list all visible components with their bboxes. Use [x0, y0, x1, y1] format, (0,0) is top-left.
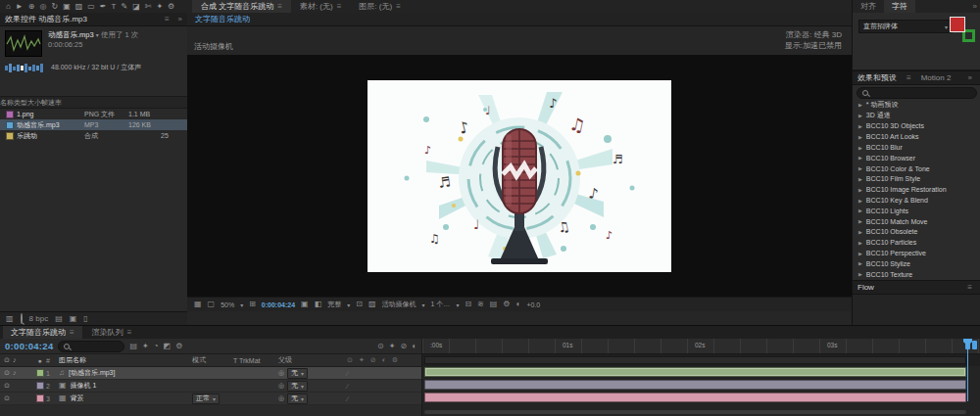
effects-category-row[interactable]: ▶ BCC10 Perspective	[853, 248, 980, 258]
viewer-tab[interactable]: 图层: (无) ≡	[350, 0, 409, 13]
horizontal-scrollbar[interactable]	[424, 410, 966, 414]
tool-icon[interactable]: ✒	[100, 0, 107, 13]
panel-overflow-icon[interactable]: »	[178, 15, 182, 23]
tool-icon[interactable]: ►	[16, 0, 24, 13]
blend-mode-select[interactable]: 正常 ▾	[192, 393, 220, 404]
chevron-right-icon[interactable]: ▶	[858, 113, 862, 118]
search-icon[interactable]	[21, 315, 23, 323]
mode-column-label[interactable]: 模式	[192, 355, 233, 365]
effects-switch-icon[interactable]: ◐	[382, 356, 386, 364]
draft-3d-icon[interactable]: ✦	[142, 343, 149, 350]
panel-menu-icon[interactable]: ≡	[70, 328, 74, 337]
effects-category-row[interactable]: ▶ BCC10 Particles	[853, 237, 980, 248]
show-channels-icon[interactable]: ◧	[315, 300, 322, 308]
tool-icon[interactable]: ⌂	[6, 0, 11, 13]
quality-switch-icon[interactable]: ⊘	[370, 356, 376, 364]
eye-icon[interactable]: ⊙	[4, 369, 10, 377]
exposure-value[interactable]: +0.0	[526, 301, 540, 308]
viewer-tab[interactable]: 素材: (无) ≡	[291, 0, 350, 13]
chevron-right-icon[interactable]: ▶	[858, 102, 862, 108]
chevron-right-icon[interactable]: ▶	[858, 134, 862, 140]
graph-editor-icon[interactable]: ⊙	[377, 343, 384, 350]
chevron-right-icon[interactable]: ▶	[858, 271, 862, 277]
switch-icon[interactable]: ∕	[347, 370, 348, 377]
column-header[interactable]: 名称	[0, 98, 14, 108]
effects-search-input[interactable]	[857, 87, 977, 99]
auto-keyframe-icon[interactable]: ⊘	[400, 343, 407, 350]
effects-category-row[interactable]: ▶ BCC10 Match Move	[853, 216, 980, 227]
collapse-switch-icon[interactable]: ✦	[359, 356, 365, 364]
timeline-button-icon[interactable]: ▤	[490, 300, 498, 308]
chevron-right-icon[interactable]: ▶	[858, 165, 862, 171]
layer-duration-bar[interactable]	[424, 367, 966, 377]
exposure-icon[interactable]: ◐	[516, 300, 521, 308]
tool-icon[interactable]: ⊕	[28, 0, 35, 13]
tool-icon[interactable]: ✄	[145, 0, 152, 13]
font-family-select[interactable]: 直前招牌体 ▾	[858, 20, 953, 33]
chevron-right-icon[interactable]: ▶	[858, 187, 862, 193]
chevron-right-icon[interactable]: ▶	[858, 240, 862, 246]
view-layout-select[interactable]: 1 个…	[431, 300, 451, 309]
chevron-down-icon[interactable]: ▾	[422, 301, 425, 308]
footage-thumbnail[interactable]	[5, 30, 42, 57]
comp-time-display[interactable]: 0:00:04:24	[262, 301, 295, 308]
transparency-grid-icon[interactable]: ▨	[368, 300, 376, 308]
chevron-down-icon[interactable]: ▾	[96, 32, 99, 38]
eye-icon[interactable]: ⊙	[4, 394, 10, 402]
effects-category-row[interactable]: ▶ BCC10 Image Restoration	[853, 184, 980, 195]
panel-menu-icon[interactable]: ≡	[903, 73, 915, 82]
layer-row[interactable]: ⊙ ♪ 1 ♫ [动感音乐.mp3] ▾	[0, 367, 421, 380]
effects-presets-tab[interactable]: 效果和预设	[858, 72, 897, 83]
comp-flowchart-icon[interactable]: ⚙	[503, 300, 510, 308]
timeline-search-input[interactable]	[58, 341, 124, 352]
current-time-indicator[interactable]	[967, 339, 968, 401]
chevron-down-icon[interactable]: ▾	[347, 301, 350, 308]
new-composition-icon[interactable]: ▣	[70, 315, 77, 323]
tool-icon[interactable]: ⚙	[168, 0, 174, 13]
time-ruler[interactable]: :00s01s02s03s	[422, 339, 980, 354]
timeline-tab[interactable]: 文字随音乐跳动 ≡	[3, 326, 82, 339]
time-navigator-grip[interactable]	[972, 341, 977, 349]
effects-category-row[interactable]: ▶ BCC10 3D Objects	[853, 121, 980, 132]
switch-icon[interactable]: ∕	[347, 383, 348, 390]
renderer-label[interactable]: 渲染器: 经典 3D	[785, 29, 842, 40]
panel-menu-icon[interactable]: ≡	[161, 15, 173, 23]
always-preview-icon[interactable]: ▦	[194, 300, 202, 308]
right-panel-tab[interactable]: 字符	[884, 0, 915, 13]
effects-category-row[interactable]: ▶ BCC10 Lights	[853, 206, 980, 216]
tool-icon[interactable]: ◎	[39, 0, 46, 13]
effects-category-row[interactable]: ▶ BCC10 Browser	[853, 153, 980, 163]
timeline-tab[interactable]: 渲染队列 ≡	[84, 326, 140, 339]
pickwhip-icon[interactable]: ◎	[278, 369, 284, 377]
trkmat-column-label[interactable]: T TrkMat	[233, 357, 278, 364]
project-row[interactable]: 1.png PNG 文件 1.1 MB	[0, 109, 187, 119]
layer-label-chip[interactable]	[36, 394, 44, 402]
tool-icon[interactable]: ▨	[75, 0, 83, 13]
layer-row[interactable]: ⊙ ♪ 3 ▦ 背景 正常 ▾	[0, 393, 421, 405]
chevron-right-icon[interactable]: ▶	[858, 218, 862, 224]
panel-menu-icon[interactable]: ≡	[963, 283, 976, 292]
shy-switch-icon[interactable]: ⊙	[347, 356, 353, 364]
region-of-interest-icon[interactable]: ⊡	[356, 300, 363, 308]
effects-category-row[interactable]: ▶ BCC10 Film Style	[853, 174, 980, 185]
tool-icon[interactable]: ✦	[156, 0, 163, 13]
effects-category-row[interactable]: ▶ * 动画预设	[853, 100, 980, 111]
column-header[interactable]: 帧速率	[41, 98, 62, 108]
layer-label-chip[interactable]	[36, 369, 44, 377]
hide-shy-layers-icon[interactable]: ◔	[154, 343, 159, 350]
panel-overflow-icon[interactable]: »	[969, 0, 980, 13]
speaker-icon[interactable]: ♪	[13, 369, 17, 377]
layer-name[interactable]: 背景	[71, 393, 84, 403]
comp-viewer-tab[interactable]: 文字随音乐跳动	[195, 14, 250, 24]
layer-name-column-label[interactable]: 图层名称	[59, 355, 192, 365]
column-header[interactable]: 类型	[14, 98, 27, 108]
effects-category-row[interactable]: ▶ BCC10 Obsolete	[853, 227, 980, 238]
chevron-right-icon[interactable]: ▶	[858, 176, 862, 182]
tool-icon[interactable]: ↻	[51, 0, 58, 13]
effects-category-row[interactable]: ▶ BCC10 Color & Tone	[853, 163, 980, 174]
bit-depth-button[interactable]: 8 bpc	[29, 314, 49, 323]
chevron-right-icon[interactable]: ▶	[858, 145, 862, 151]
composition-mini-flowchart-icon[interactable]: ▤	[129, 343, 137, 350]
new-folder-icon[interactable]: ▤	[55, 315, 63, 323]
chevron-right-icon[interactable]: ▶	[858, 123, 862, 129]
